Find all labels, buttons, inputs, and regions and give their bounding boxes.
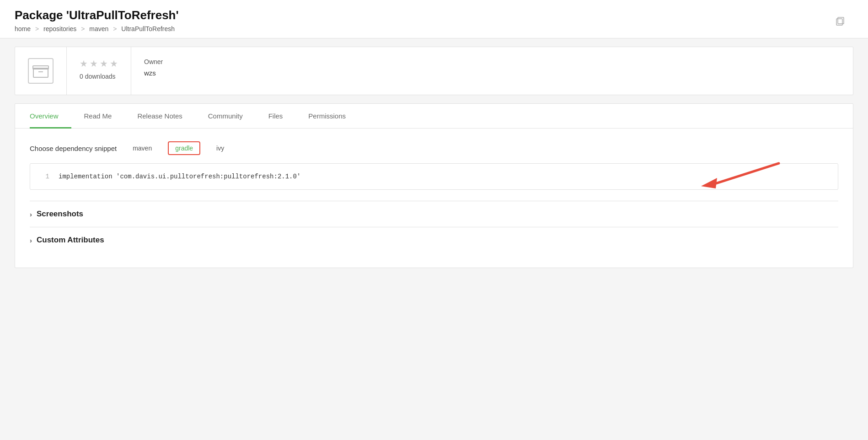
package-card: ★ ★ ★ ★ 0 downloads Owner wzs [15,47,853,95]
custom-attributes-chevron: › [30,236,32,244]
package-icon-section [15,47,67,95]
tab-files[interactable]: Files [256,104,296,129]
owner-label: Owner [144,58,163,65]
tab-release-notes[interactable]: Release Notes [124,104,195,129]
dep-btn-gradle[interactable]: gradle [168,141,200,155]
tabs-nav: Overview Read Me Release Notes Community… [15,104,853,129]
owner-section: Owner wzs [131,47,176,95]
screenshots-label: Screenshots [37,209,83,219]
breadcrumb-package[interactable]: UltraPullToRefresh [121,25,175,32]
tab-permissions[interactable]: Permissions [295,104,359,129]
top-bar: Package 'UltraPullToRefresh' home > repo… [0,0,868,38]
tab-readme[interactable]: Read Me [71,104,125,129]
breadcrumb-repositories[interactable]: repositories [43,25,76,32]
stars-row: ★ ★ ★ ★ [80,58,118,69]
dependency-row: Choose dependency snippet maven gradle i… [30,141,838,155]
custom-attributes-label: Custom Attributes [37,236,104,245]
page-title: Package 'UltraPullToRefresh' [15,8,835,22]
code-block-wrapper: 1 implementation 'com.davis.ui.pulltoref… [30,163,838,190]
tabs-content: Choose dependency snippet maven gradle i… [15,129,853,268]
content-area: ★ ★ ★ ★ 0 downloads Owner wzs Overview R… [0,47,868,268]
star-2[interactable]: ★ [90,58,98,69]
tab-community[interactable]: Community [195,104,256,129]
star-1[interactable]: ★ [80,58,88,69]
dep-btn-ivy[interactable]: ivy [209,142,231,155]
copy-icon[interactable] [835,16,845,27]
star-4[interactable]: ★ [110,58,118,69]
downloads-count: 0 downloads [80,73,118,80]
dependency-label: Choose dependency snippet [30,145,117,152]
custom-attributes-header[interactable]: › Custom Attributes [30,236,838,245]
tab-overview[interactable]: Overview [30,104,71,129]
tabs-section: Overview Read Me Release Notes Community… [15,103,853,268]
breadcrumb: home > repositories > maven > UltraPullT… [15,25,835,38]
owner-value: wzs [144,69,163,77]
screenshots-chevron: › [30,210,32,218]
breadcrumb-home[interactable]: home [15,25,31,32]
star-3[interactable]: ★ [100,58,108,69]
top-right-icon-area [835,8,853,27]
line-number: 1 [41,173,49,180]
page-wrapper: Package 'UltraPullToRefresh' home > repo… [0,0,868,440]
code-text: implementation 'com.davis.ui.pulltorefre… [59,173,300,180]
breadcrumb-maven[interactable]: maven [89,25,108,32]
archive-icon [32,64,49,78]
dep-btn-maven[interactable]: maven [126,142,159,155]
package-stats-section: ★ ★ ★ ★ 0 downloads [67,47,131,95]
svg-rect-0 [836,19,842,25]
svg-rect-1 [838,17,844,24]
code-block: 1 implementation 'com.davis.ui.pulltoref… [30,163,838,190]
screenshots-header[interactable]: › Screenshots [30,209,838,219]
package-icon [28,58,54,84]
screenshots-section: › Screenshots [30,201,838,227]
custom-attributes-section: › Custom Attributes [30,227,838,253]
